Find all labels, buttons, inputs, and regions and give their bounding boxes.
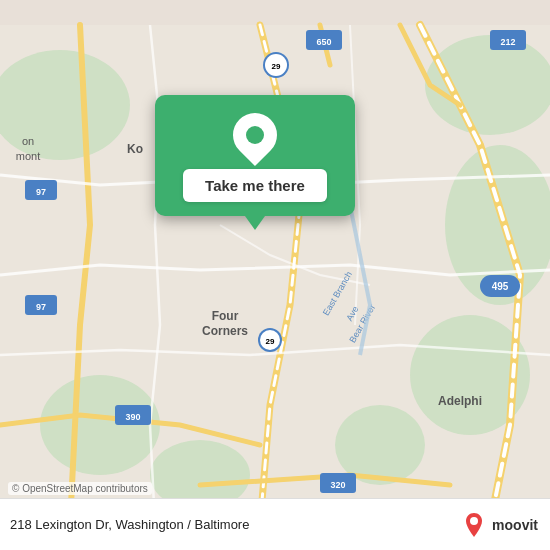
svg-text:29: 29 bbox=[272, 62, 281, 71]
moovit-pin-icon bbox=[460, 511, 488, 539]
moovit-logo: moovit bbox=[460, 511, 538, 539]
take-me-there-button[interactable]: Take me there bbox=[183, 169, 327, 202]
svg-text:97: 97 bbox=[36, 187, 46, 197]
address-label: 218 Lexington Dr, Washington / Baltimore bbox=[10, 517, 249, 532]
bottom-bar: 218 Lexington Dr, Washington / Baltimore… bbox=[0, 498, 550, 550]
svg-text:29: 29 bbox=[266, 337, 275, 346]
map-container: 97 97 29 495 390 320 650 212 29 Ko on mo… bbox=[0, 0, 550, 550]
svg-text:495: 495 bbox=[492, 281, 509, 292]
svg-text:Adelphi: Adelphi bbox=[438, 394, 482, 408]
map-attribution: © OpenStreetMap contributors bbox=[8, 482, 152, 495]
svg-text:97: 97 bbox=[36, 302, 46, 312]
svg-point-2 bbox=[425, 35, 550, 135]
svg-text:Ko: Ko bbox=[127, 142, 143, 156]
svg-text:mont: mont bbox=[16, 150, 40, 162]
svg-text:212: 212 bbox=[500, 37, 515, 47]
svg-text:650: 650 bbox=[316, 37, 331, 47]
svg-text:on: on bbox=[22, 135, 34, 147]
svg-text:Corners: Corners bbox=[202, 324, 248, 338]
svg-text:Four: Four bbox=[212, 309, 239, 323]
svg-text:320: 320 bbox=[330, 480, 345, 490]
popup-card: Take me there bbox=[155, 95, 355, 216]
location-pin-icon bbox=[224, 104, 286, 166]
map-background: 97 97 29 495 390 320 650 212 29 Ko on mo… bbox=[0, 0, 550, 550]
moovit-label: moovit bbox=[492, 517, 538, 533]
svg-point-37 bbox=[470, 517, 478, 525]
pin-inner bbox=[246, 126, 264, 144]
svg-text:390: 390 bbox=[125, 412, 140, 422]
